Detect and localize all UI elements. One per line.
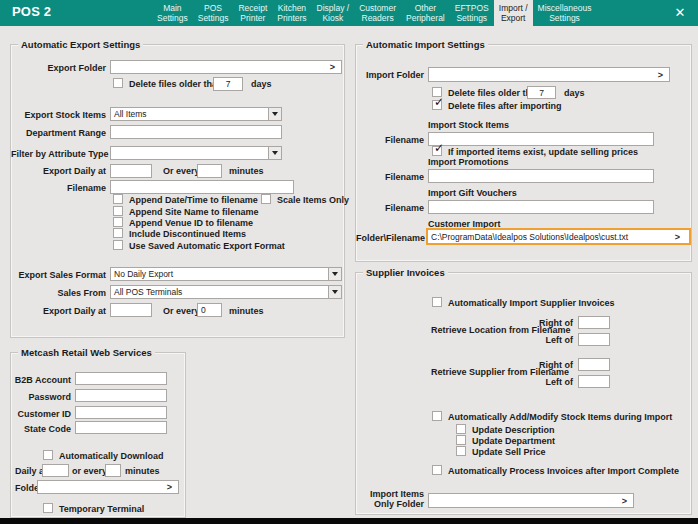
auto-process-invoices-checkbox[interactable] [432,465,442,475]
tab-receipt-printer[interactable]: ReceiptPrinter [233,0,272,26]
import-items-only-folder-label-line1: Import Items [356,489,424,499]
group-automatic-export-settings: Automatic Export Settings Export Folder … [10,44,345,338]
location-right-of-label: Right of [528,318,573,328]
location-left-of-field[interactable] [578,333,610,346]
export-stock-items-label: Export Stock Items [11,110,106,120]
append-datetime-checkbox[interactable] [113,194,123,204]
export-daily-time-field[interactable] [110,164,152,178]
tab-kitchen-printers[interactable]: KitchenPrinters [272,0,311,26]
auto-addmodify-stock-checkbox[interactable] [432,411,442,421]
update-sell-price-checkbox[interactable] [456,446,466,456]
window-title: POS 2 [12,4,51,19]
supplier-left-of-label: Left of [528,377,573,387]
promotions-filename-field[interactable] [428,169,654,183]
import-items-only-folder-field[interactable]: > [428,493,634,508]
stock-filename-field[interactable] [428,132,654,146]
supplier-left-of-field[interactable] [578,375,610,388]
update-description-label: Update Description [472,425,555,435]
append-sitename-checkbox[interactable] [113,206,123,216]
b2b-account-label: B2B Account [11,375,71,385]
update-selling-prices-label: If imported items exist, update selling … [448,147,638,157]
tab-customer-readers[interactable]: CustomerReaders [354,0,401,26]
tab-miscellaneous-settings[interactable]: MiscellaneousSettings [533,0,597,26]
filename-label: Filename [11,183,106,193]
state-code-field[interactable] [75,421,167,434]
export-stock-items-select[interactable]: All Items [110,107,282,121]
append-venueid-checkbox[interactable] [113,217,123,227]
location-left-of-label: Left of [528,335,573,345]
import-items-only-folder-label-line2: Only Folder [356,499,424,509]
or-every-minutes-field[interactable] [197,164,222,178]
dropdown-arrow-icon[interactable] [268,108,281,120]
password-field[interactable] [75,389,167,402]
supplier-right-of-label: Right of [528,360,573,370]
auto-import-supplier-invoices-checkbox[interactable] [432,297,442,307]
metcash-folder-field[interactable]: > [37,480,179,494]
daily-at-field[interactable] [42,464,69,477]
delete-after-importing-checkbox[interactable]: ✓ [432,100,442,110]
auto-addmodify-stock-label: Automatically Add/Modify Stock Items dur… [448,412,672,422]
import-delete-days-field[interactable]: 7 [527,86,556,99]
export-filename-field[interactable] [110,180,294,194]
filter-attribute-select[interactable] [110,146,282,160]
check-icon: ✓ [434,96,444,108]
supplier-right-of-field[interactable] [578,358,610,371]
close-icon[interactable]: ✕ [671,5,689,21]
export-sales-format-select[interactable]: No Daily Export [110,267,342,281]
window-bottom-edge [0,518,698,524]
tab-import-export[interactable]: Import /Export [494,0,533,26]
temporary-terminal-checkbox[interactable] [43,503,53,513]
department-range-field[interactable] [110,125,282,139]
import-folder-field[interactable]: > [428,67,670,82]
or-every2-minutes-field[interactable]: 0 [197,303,222,317]
customer-id-label: Customer ID [11,409,71,419]
b2b-account-field[interactable] [75,372,167,385]
update-department-checkbox[interactable] [456,435,466,445]
browse-folder-icon[interactable]: > [675,232,680,242]
import-folder-label: Import Folder [356,70,424,80]
tab-other-peripheral[interactable]: OtherPeripheral [401,0,450,26]
sales-from-select[interactable]: All POS Terminals [110,285,342,299]
scale-items-only-checkbox[interactable] [261,194,271,204]
auto-download-checkbox[interactable] [43,450,53,460]
customer-import-path-field[interactable]: C:\ProgramData\Idealpos Solutions\Idealp… [426,228,691,245]
export-daily-label: Export Daily at [11,166,106,176]
promotions-filename-label: Filename [356,172,424,182]
location-right-of-field[interactable] [578,316,610,329]
export-folder-field[interactable]: > [110,60,342,74]
metcash-minutes-field[interactable] [105,464,121,477]
group-title: Metcash Retail Web Services [18,347,155,358]
tab-main-settings[interactable]: MainSettings [152,0,193,26]
group-automatic-import-settings: Automatic Import Settings Import Folder … [355,44,692,262]
append-venueid-label: Append Venue ID to filename [129,218,253,228]
sales-from-label: Sales From [11,288,106,298]
update-description-checkbox[interactable] [456,424,466,434]
metcash-or-every-label: or every [72,466,107,476]
dropdown-arrow-icon[interactable] [328,286,341,298]
dropdown-arrow-icon[interactable] [328,268,341,280]
metcash-minutes-label: minutes [125,466,160,476]
use-saved-format-checkbox[interactable] [113,240,123,250]
delete-files-older-checkbox[interactable] [113,78,123,88]
tab-eftpos-settings[interactable]: EFTPOSSettings [450,0,494,26]
title-bar: POS 2 MainSettings POSSettings ReceiptPr… [0,0,698,26]
browse-folder-icon[interactable]: > [330,62,335,72]
tab-pos-settings[interactable]: POSSettings [193,0,234,26]
export-daily2-time-field[interactable] [110,303,152,317]
browse-folder-icon[interactable]: > [167,482,172,492]
dropdown-arrow-icon[interactable] [268,147,281,159]
tab-display-kiosk[interactable]: Display /Kiosk [312,0,355,26]
browse-folder-icon[interactable]: > [622,496,627,506]
auto-process-invoices-label: Automatically Process Invoices after Imp… [448,466,679,476]
group-metcash-web-services: Metcash Retail Web Services B2B Account … [10,352,186,518]
delete-days-field[interactable]: 7 [213,77,243,91]
export-daily2-label: Export Daily at [11,306,106,316]
include-discontinued-checkbox[interactable] [113,228,123,238]
use-saved-format-label: Use Saved Automatic Export Format [129,241,285,251]
update-selling-prices-checkbox[interactable]: ✓ [432,146,442,156]
temporary-terminal-label: Temporary Terminal [59,504,144,514]
customer-id-field[interactable] [75,406,167,419]
gift-filename-field[interactable] [428,200,654,214]
browse-folder-icon[interactable]: > [658,70,663,80]
update-department-label: Update Department [472,436,555,446]
